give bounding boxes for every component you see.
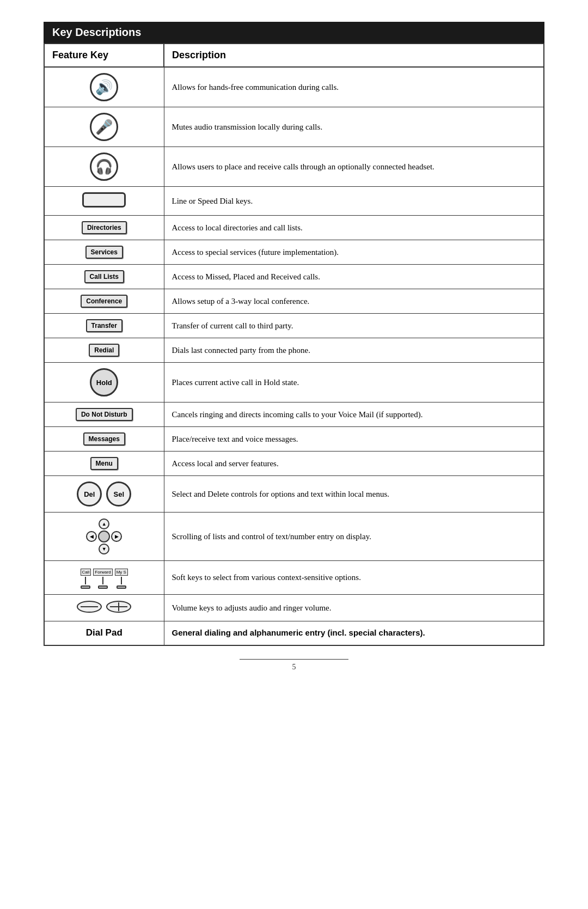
feature-key-cell-10: Hold — [44, 363, 164, 402]
description-cell-12: Place/receive text and voice messages. — [164, 427, 544, 452]
volume-keys-icon — [76, 600, 132, 613]
line-key-icon — [82, 192, 126, 208]
page-footer: 5 — [44, 659, 544, 672]
description-cell-10: Places current active call in Hold state… — [164, 363, 544, 402]
description-cell-0: Allows for hands-free communication duri… — [164, 67, 544, 107]
description-cell-1: Mutes audio transmission locally during … — [164, 107, 544, 147]
description-cell-13: Access local and server features. — [164, 452, 544, 476]
description-cell-2: Allows users to place and receive calls … — [164, 147, 544, 187]
description-cell-7: Allows setup of a 3-way local conference… — [164, 289, 544, 314]
labeled-button-icon: Transfer — [86, 319, 122, 332]
labeled-button-icon: Do Not Disturb — [76, 408, 133, 421]
description-cell-6: Access to Missed, Placed and Received ca… — [164, 265, 544, 289]
labeled-button-icon: Call Lists — [84, 270, 124, 283]
del-sel-icon: Del Sel — [77, 481, 131, 507]
labeled-button-icon: Messages — [83, 432, 125, 446]
feature-key-cell-2: 🎧 — [44, 147, 164, 187]
feature-key-cell-8: Transfer — [44, 314, 164, 338]
description-cell-5: Access to special services (future imple… — [164, 240, 544, 265]
key-table: Feature Key Description 🔊Allows for hand… — [44, 43, 544, 646]
feature-key-cell-14: Del Sel — [44, 476, 164, 513]
feature-key-cell-5: Services — [44, 240, 164, 265]
feature-key-cell-7: Conference — [44, 289, 164, 314]
footer-divider — [240, 659, 348, 660]
feature-key-cell-9: Redial — [44, 338, 164, 363]
dial-pad-label: Dial Pad — [52, 627, 156, 638]
page-container: Key Descriptions Feature Key Description… — [44, 22, 544, 672]
feature-key-cell-1: 🎤 — [44, 107, 164, 147]
feature-key-cell-13: Menu — [44, 452, 164, 476]
col2-header: Description — [164, 44, 544, 67]
description-cell-18: General dialing and alphanumeric entry (… — [164, 621, 544, 645]
labeled-button-icon: Conference — [81, 295, 127, 308]
description-cell-16: Soft keys to select from various context… — [164, 561, 544, 595]
description-cell-14: Select and Delete controls for options a… — [164, 476, 544, 513]
feature-key-cell-4: Directories — [44, 216, 164, 240]
feature-key-cell-15: ▲ ◀ ▶ ▼ — [44, 513, 164, 561]
mute-icon: 🎤 — [90, 113, 118, 141]
feature-key-cell-6: Call Lists — [44, 265, 164, 289]
hold-icon: Hold — [90, 368, 118, 396]
feature-key-cell-0: 🔊 — [44, 67, 164, 107]
description-cell-3: Line or Speed Dial keys. — [164, 187, 544, 216]
labeled-button-icon: Directories — [82, 221, 127, 234]
labeled-button-icon: Redial — [89, 344, 119, 357]
description-cell-11: Cancels ringing and directs incoming cal… — [164, 402, 544, 427]
description-cell-4: Access to local directories and call lis… — [164, 216, 544, 240]
col1-header: Feature Key — [44, 44, 164, 67]
description-cell-8: Transfer of current call to third party. — [164, 314, 544, 338]
feature-key-cell-18: Dial Pad — [44, 621, 164, 645]
feature-key-cell-11: Do Not Disturb — [44, 402, 164, 427]
feature-key-cell-12: Messages — [44, 427, 164, 452]
description-cell-15: Scrolling of lists and control of text/n… — [164, 513, 544, 561]
description-cell-17: Volume keys to adjusts audio and ringer … — [164, 595, 544, 621]
navigation-icon: ▲ ◀ ▶ ▼ — [85, 518, 122, 555]
labeled-button-icon: Menu — [90, 457, 118, 470]
headset-icon: 🎧 — [90, 152, 118, 181]
feature-key-cell-16: Call Forward My S — [44, 561, 164, 595]
description-cell-9: Dials last connected party from the phon… — [164, 338, 544, 363]
labeled-button-icon: Services — [85, 246, 123, 259]
speaker-icon: 🔊 — [90, 73, 118, 101]
feature-key-cell-3 — [44, 187, 164, 216]
section-header: Key Descriptions — [44, 22, 544, 43]
sel-button-icon: Sel — [106, 481, 131, 507]
feature-key-cell-17 — [44, 595, 164, 621]
soft-keys-icon: Call Forward My S — [81, 569, 128, 589]
del-button-icon: Del — [77, 481, 102, 507]
page-number: 5 — [292, 663, 296, 671]
